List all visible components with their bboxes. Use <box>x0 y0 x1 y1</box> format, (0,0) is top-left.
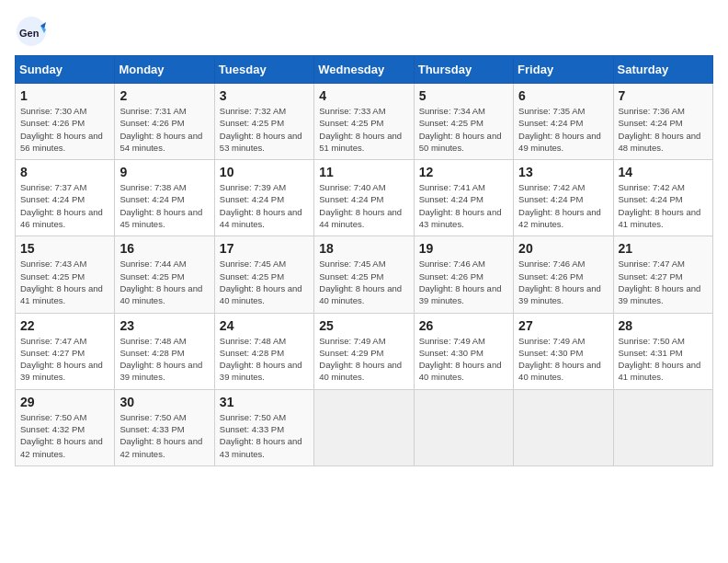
calendar-day-cell: 1Sunrise: 7:30 AMSunset: 4:26 PMDaylight… <box>16 84 115 160</box>
day-info: Sunrise: 7:42 AMSunset: 4:24 PMDaylight:… <box>619 181 708 230</box>
logo: Gen <box>15 15 51 48</box>
calendar-week-row: 22Sunrise: 7:47 AMSunset: 4:27 PMDayligh… <box>16 313 713 389</box>
calendar-day-cell: 8Sunrise: 7:37 AMSunset: 4:24 PMDaylight… <box>16 160 115 236</box>
day-number: 19 <box>419 241 508 256</box>
day-info: Sunrise: 7:44 AMSunset: 4:25 PMDaylight:… <box>119 258 209 306</box>
calendar-day-cell: 17Sunrise: 7:45 AMSunset: 4:25 PMDayligh… <box>214 236 313 313</box>
calendar-table: SundayMondayTuesdayWednesdayThursdayFrid… <box>15 55 713 466</box>
calendar-day-cell: 4Sunrise: 7:33 AMSunset: 4:25 PMDaylight… <box>314 84 414 160</box>
calendar-week-row: 1Sunrise: 7:30 AMSunset: 4:26 PMDaylight… <box>16 84 713 160</box>
day-number: 9 <box>119 165 209 179</box>
day-number: 13 <box>518 165 608 179</box>
calendar-header-row: SundayMondayTuesdayWednesdayThursdayFrid… <box>16 56 713 84</box>
day-number: 31 <box>220 395 309 409</box>
day-number: 4 <box>319 88 408 103</box>
day-info: Sunrise: 7:32 AMSunset: 4:25 PMDaylight:… <box>220 105 309 154</box>
calendar-day-cell: 16Sunrise: 7:44 AMSunset: 4:25 PMDayligh… <box>115 236 214 313</box>
logo-icon: Gen <box>15 15 48 48</box>
day-number: 10 <box>220 165 309 179</box>
calendar-day-cell: 5Sunrise: 7:34 AMSunset: 4:25 PMDaylight… <box>414 84 513 160</box>
calendar-week-row: 29Sunrise: 7:50 AMSunset: 4:32 PMDayligh… <box>16 389 713 465</box>
day-info: Sunrise: 7:47 AMSunset: 4:27 PMDaylight:… <box>20 335 109 384</box>
day-number: 18 <box>319 241 408 256</box>
calendar-header-monday: Monday <box>115 56 214 84</box>
day-number: 25 <box>319 318 408 333</box>
day-info: Sunrise: 7:48 AMSunset: 4:28 PMDaylight:… <box>119 335 209 384</box>
day-info: Sunrise: 7:45 AMSunset: 4:25 PMDaylight:… <box>220 258 309 306</box>
day-number: 7 <box>619 88 708 103</box>
calendar-day-cell: 10Sunrise: 7:39 AMSunset: 4:24 PMDayligh… <box>214 160 313 236</box>
calendar-header-sunday: Sunday <box>16 56 115 84</box>
calendar-day-cell: 26Sunrise: 7:49 AMSunset: 4:30 PMDayligh… <box>414 313 513 389</box>
day-number: 20 <box>518 241 608 256</box>
calendar-day-cell: 24Sunrise: 7:48 AMSunset: 4:28 PMDayligh… <box>214 313 313 389</box>
day-info: Sunrise: 7:50 AMSunset: 4:31 PMDaylight:… <box>619 335 708 384</box>
day-number: 8 <box>20 165 109 179</box>
calendar-week-row: 15Sunrise: 7:43 AMSunset: 4:25 PMDayligh… <box>16 236 713 313</box>
calendar-header-thursday: Thursday <box>414 56 513 84</box>
day-info: Sunrise: 7:49 AMSunset: 4:30 PMDaylight:… <box>419 335 508 384</box>
day-info: Sunrise: 7:30 AMSunset: 4:26 PMDaylight:… <box>20 105 109 154</box>
day-info: Sunrise: 7:50 AMSunset: 4:32 PMDaylight:… <box>20 411 109 460</box>
day-info: Sunrise: 7:31 AMSunset: 4:26 PMDaylight:… <box>119 105 209 154</box>
day-number: 2 <box>119 88 209 103</box>
day-number: 1 <box>20 88 109 103</box>
day-number: 26 <box>419 318 508 333</box>
day-number: 12 <box>419 165 508 179</box>
day-number: 24 <box>220 318 309 333</box>
day-info: Sunrise: 7:42 AMSunset: 4:24 PMDaylight:… <box>518 181 608 230</box>
day-number: 3 <box>220 88 309 103</box>
day-info: Sunrise: 7:37 AMSunset: 4:24 PMDaylight:… <box>20 181 109 230</box>
day-info: Sunrise: 7:49 AMSunset: 4:30 PMDaylight:… <box>518 335 608 384</box>
calendar-header-wednesday: Wednesday <box>314 56 414 84</box>
calendar-header-saturday: Saturday <box>613 56 712 84</box>
day-info: Sunrise: 7:50 AMSunset: 4:33 PMDaylight:… <box>119 411 209 460</box>
calendar-day-cell: 2Sunrise: 7:31 AMSunset: 4:26 PMDaylight… <box>115 84 214 160</box>
day-info: Sunrise: 7:36 AMSunset: 4:24 PMDaylight:… <box>619 105 708 154</box>
day-info: Sunrise: 7:39 AMSunset: 4:24 PMDaylight:… <box>220 181 309 230</box>
day-info: Sunrise: 7:45 AMSunset: 4:25 PMDaylight:… <box>319 258 408 306</box>
calendar-day-cell: 3Sunrise: 7:32 AMSunset: 4:25 PMDaylight… <box>214 84 313 160</box>
day-info: Sunrise: 7:43 AMSunset: 4:25 PMDaylight:… <box>20 258 109 306</box>
calendar-day-cell: 29Sunrise: 7:50 AMSunset: 4:32 PMDayligh… <box>16 389 115 465</box>
day-info: Sunrise: 7:46 AMSunset: 4:26 PMDaylight:… <box>518 258 608 306</box>
calendar-day-cell: 11Sunrise: 7:40 AMSunset: 4:24 PMDayligh… <box>314 160 414 236</box>
day-number: 23 <box>119 318 209 333</box>
calendar-day-cell: 21Sunrise: 7:47 AMSunset: 4:27 PMDayligh… <box>613 236 712 313</box>
day-number: 21 <box>619 241 708 256</box>
day-number: 5 <box>419 88 508 103</box>
calendar-header-friday: Friday <box>514 56 613 84</box>
calendar-day-cell: 30Sunrise: 7:50 AMSunset: 4:33 PMDayligh… <box>115 389 214 465</box>
day-number: 22 <box>20 318 109 333</box>
calendar-day-cell <box>414 389 513 465</box>
day-info: Sunrise: 7:47 AMSunset: 4:27 PMDaylight:… <box>619 258 708 306</box>
calendar-day-cell: 28Sunrise: 7:50 AMSunset: 4:31 PMDayligh… <box>613 313 712 389</box>
day-info: Sunrise: 7:48 AMSunset: 4:28 PMDaylight:… <box>220 335 309 384</box>
calendar-day-cell: 27Sunrise: 7:49 AMSunset: 4:30 PMDayligh… <box>514 313 613 389</box>
svg-text:Gen: Gen <box>19 28 40 39</box>
day-number: 17 <box>220 241 309 256</box>
day-number: 6 <box>518 88 608 103</box>
day-info: Sunrise: 7:40 AMSunset: 4:24 PMDaylight:… <box>319 181 408 230</box>
page-header: Gen <box>15 15 713 48</box>
day-number: 28 <box>619 318 708 333</box>
day-number: 29 <box>20 395 109 409</box>
day-number: 11 <box>319 165 408 179</box>
day-number: 27 <box>518 318 608 333</box>
calendar-day-cell: 14Sunrise: 7:42 AMSunset: 4:24 PMDayligh… <box>613 160 712 236</box>
day-number: 30 <box>119 395 209 409</box>
day-info: Sunrise: 7:46 AMSunset: 4:26 PMDaylight:… <box>419 258 508 306</box>
calendar-day-cell: 9Sunrise: 7:38 AMSunset: 4:24 PMDaylight… <box>115 160 214 236</box>
calendar-day-cell: 13Sunrise: 7:42 AMSunset: 4:24 PMDayligh… <box>514 160 613 236</box>
calendar-day-cell: 19Sunrise: 7:46 AMSunset: 4:26 PMDayligh… <box>414 236 513 313</box>
day-info: Sunrise: 7:33 AMSunset: 4:25 PMDaylight:… <box>319 105 408 154</box>
day-info: Sunrise: 7:35 AMSunset: 4:24 PMDaylight:… <box>518 105 608 154</box>
day-info: Sunrise: 7:38 AMSunset: 4:24 PMDaylight:… <box>119 181 209 230</box>
calendar-day-cell: 23Sunrise: 7:48 AMSunset: 4:28 PMDayligh… <box>115 313 214 389</box>
calendar-day-cell: 12Sunrise: 7:41 AMSunset: 4:24 PMDayligh… <box>414 160 513 236</box>
day-number: 15 <box>20 241 109 256</box>
day-info: Sunrise: 7:41 AMSunset: 4:24 PMDaylight:… <box>419 181 508 230</box>
calendar-day-cell: 31Sunrise: 7:50 AMSunset: 4:33 PMDayligh… <box>214 389 313 465</box>
calendar-day-cell: 7Sunrise: 7:36 AMSunset: 4:24 PMDaylight… <box>613 84 712 160</box>
day-number: 14 <box>619 165 708 179</box>
